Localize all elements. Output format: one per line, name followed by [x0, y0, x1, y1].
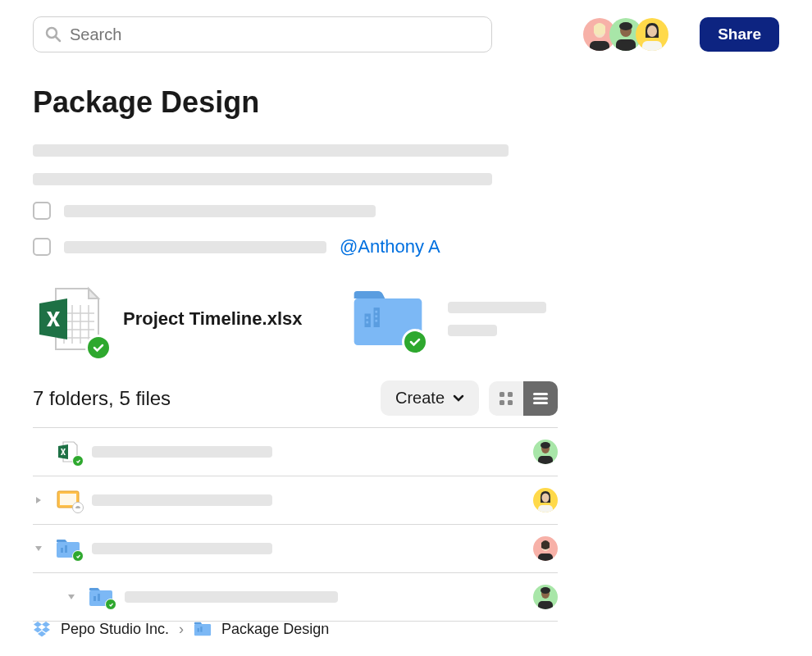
chevron-down-icon [453, 394, 464, 403]
expand-arrow-icon[interactable] [33, 544, 44, 553]
checkbox[interactable] [33, 202, 51, 220]
svg-rect-6 [616, 39, 636, 51]
svg-rect-52 [194, 624, 211, 636]
svg-rect-31 [533, 397, 548, 399]
check-badge-icon [72, 550, 84, 562]
svg-rect-32 [533, 402, 548, 404]
list-item[interactable] [33, 525, 558, 573]
avatar[interactable] [533, 440, 558, 464]
list-item[interactable] [33, 573, 558, 622]
list-item[interactable] [33, 476, 558, 525]
create-button[interactable]: Create [381, 380, 479, 416]
list-view-button[interactable] [523, 381, 558, 416]
share-button[interactable]: Share [700, 17, 779, 52]
svg-rect-54 [200, 626, 202, 631]
header-bar: Share [0, 0, 812, 69]
placeholder-line [64, 205, 376, 217]
svg-rect-53 [198, 628, 199, 632]
svg-rect-23 [376, 311, 378, 313]
folder-icon [194, 620, 212, 638]
check-badge-icon [105, 599, 116, 610]
search-input[interactable] [70, 25, 480, 44]
avatar[interactable] [533, 585, 558, 609]
avatar[interactable] [636, 18, 668, 51]
folder-card[interactable] [351, 286, 546, 352]
user-mention[interactable]: @Anthony A [340, 236, 440, 257]
placeholder-line [33, 144, 509, 157]
svg-point-39 [542, 494, 550, 503]
svg-rect-40 [538, 505, 553, 512]
expand-arrow-icon[interactable] [66, 593, 77, 601]
svg-rect-30 [533, 393, 548, 395]
breadcrumb-item[interactable]: Pepo Studio Inc. [61, 621, 169, 638]
avatar[interactable] [533, 536, 558, 561]
placeholder-line [92, 543, 272, 554]
file-card[interactable]: Project Timeline.xlsx [33, 282, 302, 356]
avatar[interactable] [533, 488, 558, 512]
svg-rect-25 [376, 320, 378, 322]
svg-rect-3 [590, 41, 609, 51]
grid-view-button[interactable] [489, 381, 523, 416]
file-card-label: Project Timeline.xlsx [123, 308, 302, 330]
svg-line-1 [56, 37, 60, 41]
svg-rect-26 [500, 392, 504, 397]
svg-rect-29 [508, 400, 513, 405]
svg-rect-21 [367, 317, 369, 319]
svg-rect-27 [508, 392, 513, 397]
placeholder-line [448, 325, 497, 336]
expand-arrow-icon[interactable] [33, 496, 44, 504]
search-box[interactable] [33, 16, 492, 52]
placeholder-line [125, 591, 338, 603]
svg-rect-42 [61, 548, 63, 553]
svg-rect-48 [98, 594, 100, 601]
breadcrumb: Pepo Studio Inc. › Package Design [33, 620, 329, 638]
svg-rect-45 [538, 554, 553, 561]
svg-rect-20 [374, 308, 380, 327]
placeholder-line [33, 173, 492, 185]
placeholder-line [92, 446, 272, 458]
svg-rect-24 [376, 315, 378, 317]
svg-rect-35 [538, 456, 553, 464]
collaborator-avatars[interactable] [583, 18, 668, 51]
svg-rect-51 [538, 601, 553, 609]
breadcrumb-item[interactable]: Package Design [221, 621, 329, 638]
list-item[interactable] [33, 428, 558, 476]
svg-rect-19 [365, 313, 371, 327]
file-list [33, 427, 558, 622]
svg-point-5 [619, 22, 632, 30]
svg-rect-22 [367, 321, 369, 324]
breadcrumb-separator: › [179, 621, 184, 638]
svg-rect-28 [500, 400, 504, 405]
svg-rect-9 [642, 41, 662, 51]
checkbox[interactable] [33, 238, 51, 256]
placeholder-line [64, 241, 326, 253]
folder-file-count: 7 folders, 5 files [33, 387, 371, 410]
view-toggle [489, 381, 558, 416]
svg-point-34 [541, 442, 550, 449]
dropbox-icon [33, 620, 51, 638]
placeholder-line [92, 494, 272, 506]
svg-rect-47 [94, 596, 96, 601]
svg-point-50 [541, 587, 550, 594]
check-badge-icon [85, 335, 112, 361]
create-button-label: Create [395, 389, 445, 408]
search-icon [45, 26, 62, 43]
check-badge-icon [72, 455, 84, 467]
svg-rect-43 [65, 545, 67, 553]
check-badge-icon [402, 329, 428, 355]
cloud-badge-icon [72, 502, 84, 513]
placeholder-line [448, 302, 546, 313]
page-title: Package Design [33, 85, 779, 120]
svg-point-8 [647, 25, 657, 37]
